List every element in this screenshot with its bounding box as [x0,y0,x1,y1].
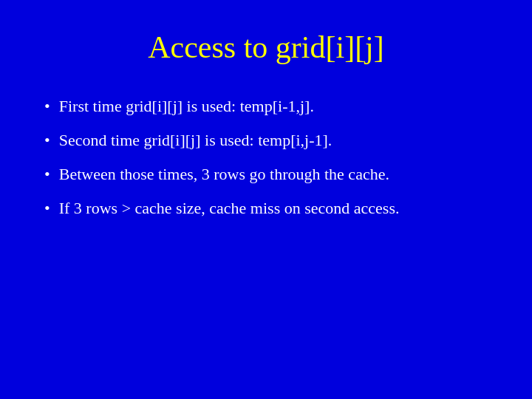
bullet-dot-3: • [44,163,50,186]
bullet-dot-1: • [44,95,50,118]
list-item: • First time grid[i][j] is used: temp[i-… [44,95,488,118]
bullet-dot-4: • [44,197,50,220]
list-item: • Between those times, 3 rows go through… [44,163,488,186]
bullet-dot-2: • [44,129,50,152]
bullet-text-3: Between those times, 3 rows go through t… [59,163,488,186]
list-item: • Second time grid[i][j] is used: temp[i… [44,129,488,152]
bullet-text-1: First time grid[i][j] is used: temp[i-1,… [59,95,488,118]
slide-title: Access to grid[i][j] [44,30,488,65]
bullet-list: • First time grid[i][j] is used: temp[i-… [44,95,488,231]
bullet-text-4: If 3 rows > cache size, cache miss on se… [59,197,488,220]
bullet-text-2: Second time grid[i][j] is used: temp[i,j… [59,129,488,152]
list-item: • If 3 rows > cache size, cache miss on … [44,197,488,220]
slide: Access to grid[i][j] • First time grid[i… [0,0,532,399]
